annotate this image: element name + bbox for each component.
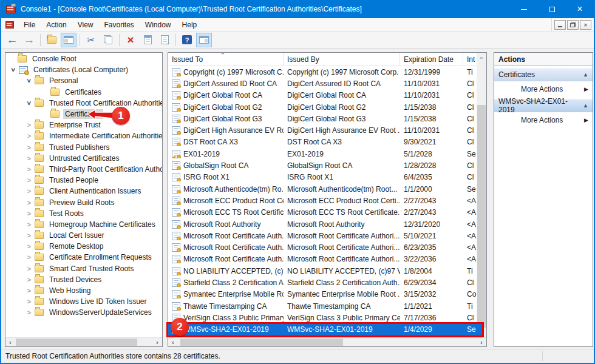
forward-button[interactable]: →	[21, 33, 37, 47]
up-one-level-button[interactable]	[44, 33, 59, 47]
tree-item[interactable]: Trusted People	[5, 175, 162, 186]
tree-item[interactable]: Windows Live ID Token Issuer	[5, 296, 162, 307]
tree-item[interactable]: Homegroup Machine Certificates	[5, 219, 162, 230]
tree-expander-icon[interactable]	[24, 254, 35, 261]
tree-item[interactable]: Certificates	[5, 109, 162, 120]
list-horizontal-scrollbar[interactable]: ‹ ›	[168, 337, 486, 346]
certificate-row[interactable]: GlobalSign Root CA GlobalSign Root CA 1/…	[168, 160, 477, 171]
tree-item[interactable]: Test Roots	[5, 208, 162, 219]
tree-item[interactable]: Enterprise Trust	[5, 120, 162, 130]
tree-item[interactable]: Personal	[5, 75, 162, 86]
tree-item[interactable]: Third-Party Root Certification Authoriti…	[5, 164, 162, 175]
tree-expander-icon[interactable]	[24, 309, 35, 316]
certificate-row[interactable]: Microsoft Root Certificate Auth... Micro…	[168, 254, 477, 265]
certificate-row[interactable]: EX01-2019 EX01-2019 5/1/2028 Se	[168, 148, 477, 160]
certificate-row[interactable]: Microsoft Root Certificate Auth... Micro…	[168, 230, 477, 241]
column-header-issued-by[interactable]: Issued By	[284, 53, 400, 66]
close-button[interactable]: ×	[566, 0, 594, 18]
tree-item[interactable]: Remote Desktop	[5, 241, 162, 252]
column-header-expiration-date[interactable]: Expiration Date	[400, 53, 463, 66]
tree-horizontal-scrollbar[interactable]: ‹ ›	[5, 337, 162, 346]
certificate-row[interactable]: Symantec Enterprise Mobile Ro... Symante…	[168, 289, 477, 300]
tree-item[interactable]: Untrusted Certificates	[5, 153, 162, 164]
certificate-row[interactable]: DigiCert Global Root G3 DigiCert Global …	[168, 113, 477, 124]
tree-expander-icon[interactable]	[24, 221, 35, 228]
certificate-row[interactable]: DigiCert Assured ID Root CA DigiCert Ass…	[168, 78, 477, 89]
tree-item[interactable]: Certificates (Local Computer)	[5, 64, 162, 75]
tree-item[interactable]: Console Root	[5, 53, 162, 64]
scroll-left-icon[interactable]: ‹	[5, 338, 15, 346]
tree-expander-icon[interactable]	[24, 121, 35, 129]
tree-expander-icon[interactable]	[24, 210, 35, 217]
certificate-row[interactable]: Microsoft Root Authority Microsoft Root …	[168, 218, 477, 230]
tree-expander-icon[interactable]	[24, 298, 35, 305]
help-button[interactable]: ?	[179, 33, 195, 47]
collapse-icon[interactable]: ▲	[583, 103, 588, 109]
tree-expander-icon[interactable]	[8, 66, 19, 73]
delete-button[interactable]: ×	[123, 33, 138, 47]
tree-item[interactable]: Trusted Devices	[5, 274, 162, 285]
certificate-row[interactable]: DST Root CA X3 DST Root CA X3 9/30/2021 …	[168, 136, 477, 148]
tree-item[interactable]: Certificate Enrollment Requests	[5, 252, 162, 263]
tree-item[interactable]: Trusted Publishers	[5, 142, 162, 153]
tree-item[interactable]: Client Authentication Issuers	[5, 186, 162, 197]
certificate-row[interactable]: WMSvc-SHA2-EX01-2019 WMSvc-SHA2-EX01-201…	[168, 324, 482, 335]
certificate-row[interactable]: Microsoft Authenticode(tm) Ro... Microso…	[168, 183, 477, 195]
tree-expander-icon[interactable]	[24, 132, 35, 140]
tree-item[interactable]: Trusted Root Certification Authorities	[5, 98, 162, 109]
tree-expander-icon[interactable]	[24, 166, 35, 173]
child-close-button[interactable]: ×	[580, 20, 591, 30]
tree-expander-icon[interactable]	[24, 265, 35, 272]
tree-expander-icon[interactable]	[24, 276, 35, 283]
certificate-row[interactable]: ISRG Root X1 ISRG Root X1 6/4/2035 Cl	[168, 172, 477, 183]
tree-item[interactable]: Certificates	[5, 87, 162, 98]
tree-expander-icon[interactable]	[24, 187, 35, 195]
certificate-row[interactable]: Microsoft ECC Product Root Ce... Microso…	[168, 195, 477, 206]
actions-section-wmsvc[interactable]: WMSvc-SHA2-EX01-2019 ▲	[494, 99, 593, 112]
menu-item[interactable]: Window	[140, 18, 177, 31]
cut-button[interactable]: ✂	[83, 33, 99, 47]
maximize-button[interactable]	[538, 0, 566, 18]
tree-expander-icon[interactable]	[24, 99, 35, 107]
certificate-row[interactable]: NO LIABILITY ACCEPTED, (c)97 ... NO LIAB…	[168, 265, 477, 277]
tree-hscroll-thumb[interactable]	[16, 339, 137, 346]
menu-item[interactable]: Favorites	[99, 18, 140, 31]
tree-item[interactable]: Local Cert Issuer	[5, 230, 162, 241]
list-vscroll-thumb[interactable]	[477, 105, 486, 328]
column-header-issued-to[interactable]: Issued To›	[168, 53, 284, 66]
scroll-right-icon[interactable]: ›	[152, 338, 162, 346]
certificate-row[interactable]: DigiCert High Assurance EV Ro... DigiCer…	[168, 124, 477, 136]
minimize-button[interactable]	[510, 0, 538, 18]
menu-item[interactable]: Action	[41, 18, 72, 31]
tree-item[interactable]: WindowsServerUpdateServices	[5, 307, 162, 318]
collapse-icon[interactable]: ▲	[583, 72, 588, 78]
child-restore-button[interactable]	[567, 20, 579, 30]
scroll-up-icon[interactable]: ›	[477, 53, 486, 62]
menu-item[interactable]: Help	[177, 18, 203, 31]
tree-expander-icon[interactable]	[24, 199, 35, 206]
certificate-row[interactable]: VeriSign Class 3 Public Primary ... Veri…	[168, 312, 477, 323]
scroll-left-icon[interactable]: ‹	[168, 338, 178, 346]
certificate-row[interactable]: DigiCert Global Root CA DigiCert Global …	[168, 90, 477, 101]
tree-expander-icon[interactable]	[24, 287, 35, 294]
back-button[interactable]: ←	[4, 33, 20, 47]
certificate-row[interactable]: DigiCert Global Root G2 DigiCert Global …	[168, 101, 477, 113]
actions-section-certificates[interactable]: Certificates ▲	[494, 68, 593, 81]
tree-item[interactable]: Smart Card Trusted Roots	[5, 263, 162, 274]
child-minimize-button[interactable]	[554, 20, 566, 30]
tree-item[interactable]: Preview Build Roots	[5, 197, 162, 207]
list-hscroll-thumb[interactable]	[180, 339, 343, 346]
more-actions-certificates[interactable]: More Actions ▶	[494, 81, 593, 97]
menu-item[interactable]: View	[72, 18, 99, 31]
certificate-row[interactable]: Microsoft Root Certificate Auth... Micro…	[168, 241, 477, 253]
export-list-button[interactable]	[157, 33, 172, 47]
more-actions-wmsvc[interactable]: More Actions ▶	[494, 112, 593, 128]
tree-expander-icon[interactable]	[24, 144, 35, 151]
list-vertical-scrollbar[interactable]: › ›	[477, 53, 486, 337]
certificate-row[interactable]: Thawte Timestamping CA Thawte Timestampi…	[168, 300, 477, 312]
copy-button[interactable]	[100, 33, 116, 47]
certificate-row[interactable]: Starfield Class 2 Certification A... Sta…	[168, 277, 477, 288]
tree-expander-icon[interactable]	[24, 77, 35, 84]
tree-expander-icon[interactable]	[24, 177, 35, 184]
show-hide-console-tree-button[interactable]: ▸	[61, 33, 76, 47]
